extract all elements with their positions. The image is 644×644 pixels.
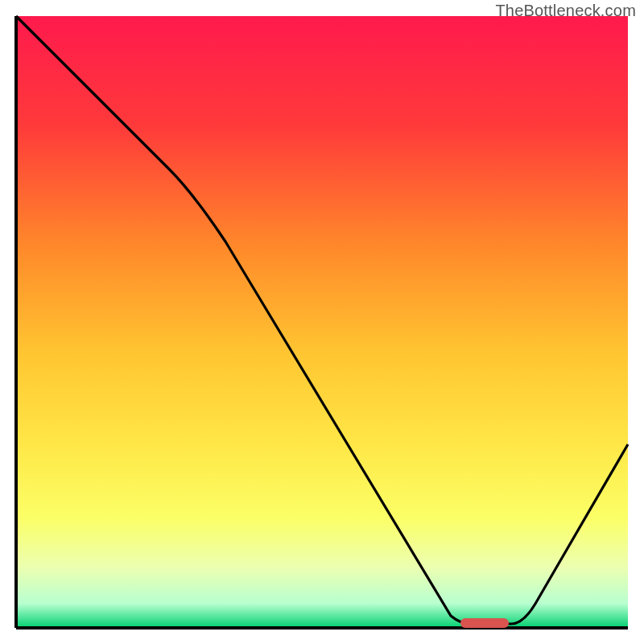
optimal-marker <box>460 618 509 628</box>
watermark-text: TheBottleneck.com <box>495 2 636 20</box>
chart-stage: TheBottleneck.com <box>0 0 644 644</box>
bottleneck-chart <box>0 0 644 644</box>
